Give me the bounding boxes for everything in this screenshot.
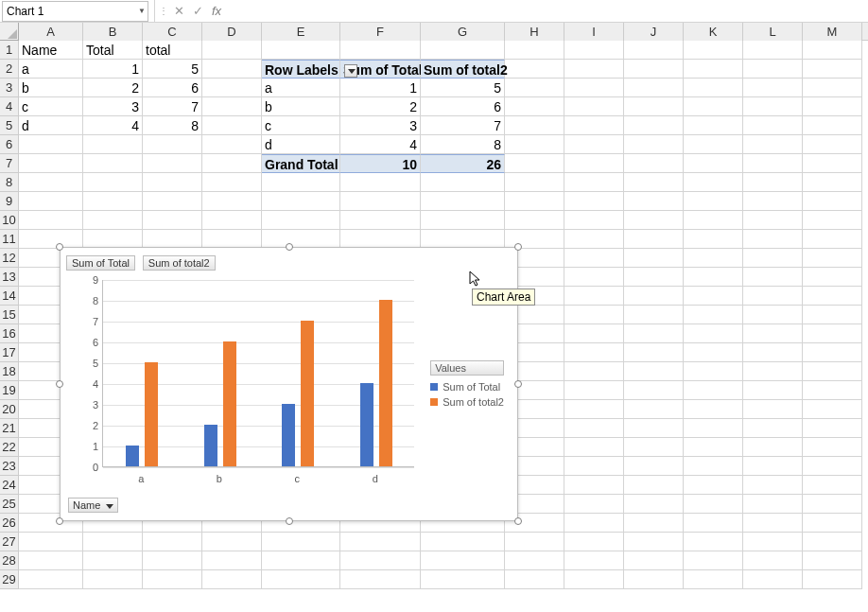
row-header[interactable]: 17 [0,343,19,362]
resize-handle-icon[interactable] [514,380,522,388]
cell[interactable]: d [262,135,340,154]
cell[interactable] [19,154,83,173]
cell[interactable]: 3 [83,97,143,116]
cell[interactable] [624,79,684,97]
cell[interactable] [262,230,340,249]
cell[interactable] [564,438,624,457]
cell[interactable]: 1 [83,60,143,79]
cell[interactable] [143,211,202,230]
cell[interactable] [564,192,624,211]
row-header[interactable]: 12 [0,249,19,268]
cell[interactable]: Name [19,41,83,60]
cell[interactable] [803,306,862,324]
cell[interactable] [803,268,862,287]
cell[interactable] [684,154,743,173]
cell[interactable] [803,514,862,533]
cell[interactable] [564,249,624,268]
row-header[interactable]: 21 [0,419,19,438]
cell[interactable] [262,211,340,230]
cell[interactable] [743,154,803,173]
col-header[interactable]: F [340,23,421,41]
cell[interactable]: d [19,116,83,135]
cell[interactable]: 7 [143,97,202,116]
cell[interactable] [505,41,564,60]
field-button[interactable]: Sum of total2 [143,255,216,271]
cell[interactable]: total [143,41,202,60]
cell[interactable] [803,230,862,249]
cell[interactable] [743,79,803,97]
cell[interactable] [803,41,862,60]
chart-object[interactable]: Sum of Total Sum of total2 0123456789 ab… [60,247,518,521]
row-header[interactable]: 10 [0,211,19,230]
cell[interactable] [803,419,862,438]
legend-title[interactable]: Values [430,360,504,376]
cell[interactable]: c [19,97,83,116]
cell[interactable] [340,173,421,192]
cell[interactable] [624,457,684,476]
cell[interactable] [564,362,624,381]
cell[interactable] [143,154,202,173]
cell[interactable] [19,230,83,249]
cell[interactable] [743,551,803,570]
cell[interactable] [624,268,684,287]
cell[interactable] [505,533,564,551]
cell[interactable] [803,97,862,116]
cell[interactable] [803,173,862,192]
cell[interactable]: Row Labels [262,60,340,79]
cell[interactable] [202,116,262,135]
cell[interactable] [684,362,743,381]
cell[interactable] [743,476,803,495]
cell[interactable] [684,533,743,551]
row-header[interactable]: 25 [0,495,19,514]
row-header[interactable]: 26 [0,514,19,533]
cell[interactable] [340,41,421,60]
col-header[interactable]: M [803,23,862,41]
cell[interactable] [83,533,143,551]
cell[interactable] [564,135,624,154]
cell[interactable]: 10 [340,154,421,173]
cell[interactable] [684,476,743,495]
cell[interactable] [19,135,83,154]
cell[interactable] [803,135,862,154]
cell[interactable] [505,211,564,230]
bar[interactable] [223,341,236,466]
resize-handle-icon[interactable] [56,243,63,251]
cell[interactable] [564,476,624,495]
cell[interactable] [83,135,143,154]
cell[interactable] [421,192,505,211]
cell[interactable] [743,192,803,211]
col-header[interactable]: H [505,23,564,41]
name-box-dropdown-icon[interactable]: ▼ [138,7,146,15]
cell[interactable] [624,343,684,362]
cell[interactable] [262,173,340,192]
cell[interactable] [19,551,83,570]
cell[interactable] [684,230,743,249]
cell[interactable] [743,306,803,324]
cell[interactable]: b [262,97,340,116]
cell[interactable] [684,211,743,230]
cell[interactable] [624,324,684,343]
cell[interactable] [340,192,421,211]
col-header[interactable]: L [743,23,803,41]
cell[interactable] [262,533,340,551]
col-header[interactable]: B [83,23,143,41]
row-header[interactable]: 1 [0,41,19,60]
cell[interactable] [684,287,743,306]
cell[interactable] [743,533,803,551]
resize-handle-icon[interactable] [514,517,522,525]
cell[interactable] [143,570,202,589]
cell[interactable] [803,400,862,419]
cell[interactable]: Total [83,41,143,60]
field-button[interactable]: Sum of Total [66,255,135,271]
cell[interactable] [421,230,505,249]
cell[interactable] [624,362,684,381]
cell[interactable] [684,268,743,287]
cell[interactable] [143,135,202,154]
cell[interactable] [684,551,743,570]
cell[interactable] [19,192,83,211]
cell[interactable]: 4 [83,116,143,135]
cell[interactable] [743,324,803,343]
cell[interactable] [19,173,83,192]
cell[interactable] [743,287,803,306]
cell[interactable]: 8 [143,116,202,135]
